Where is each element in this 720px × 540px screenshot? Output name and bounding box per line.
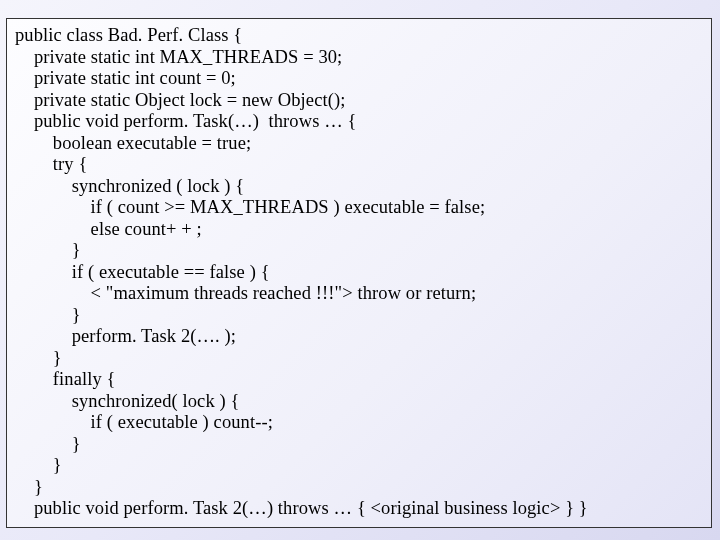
code-block: public class Bad. Perf. Class { private …	[15, 25, 703, 520]
code-container: public class Bad. Perf. Class { private …	[6, 18, 712, 528]
